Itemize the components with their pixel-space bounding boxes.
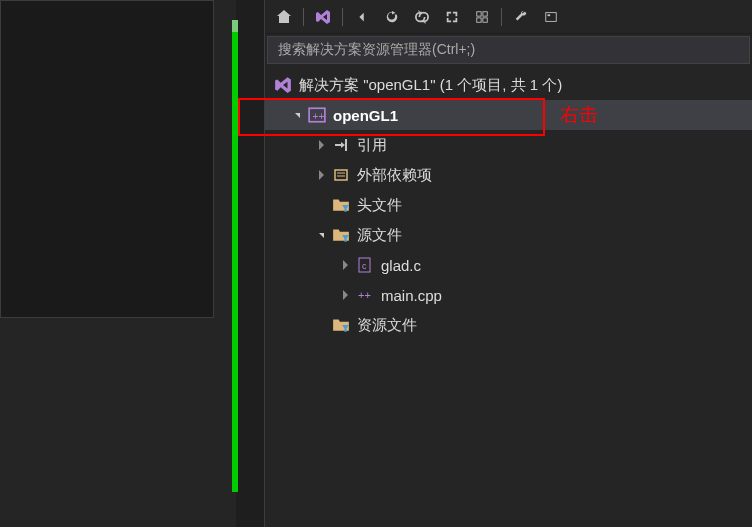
home-icon[interactable]: [271, 4, 297, 30]
folder-filter-icon: [331, 195, 351, 215]
references-node[interactable]: 引用: [265, 130, 752, 160]
solution-explorer-panel: 搜索解决方案资源管理器(Ctrl+;) 解决方案 "openGL1" (1 个项…: [264, 0, 752, 527]
properties-icon[interactable]: [508, 4, 534, 30]
folder-filter-icon: [331, 225, 351, 245]
change-marker: [232, 32, 238, 492]
change-marker-top: [232, 20, 238, 32]
svg-rect-0: [477, 11, 481, 15]
solution-label: 解决方案 "openGL1" (1 个项目, 共 1 个): [299, 76, 562, 95]
svg-text:++: ++: [358, 289, 371, 301]
expander-icon[interactable]: [313, 167, 329, 183]
c-file-icon: c: [355, 255, 375, 275]
back-icon[interactable]: [349, 4, 375, 30]
project-icon: ++: [307, 105, 327, 125]
source-files-label: 源文件: [357, 226, 402, 245]
svg-text:++: ++: [313, 111, 325, 122]
svg-rect-1: [483, 11, 487, 15]
expander-icon[interactable]: [337, 257, 353, 273]
resource-files-node[interactable]: 资源文件: [265, 310, 752, 340]
resource-files-label: 资源文件: [357, 316, 417, 335]
cpp-file-icon: ++: [355, 285, 375, 305]
header-files-label: 头文件: [357, 196, 402, 215]
toolbar-separator: [501, 8, 502, 26]
references-label: 引用: [357, 136, 387, 155]
preview-icon[interactable]: [538, 4, 564, 30]
external-deps-icon: [331, 165, 351, 185]
vs-icon[interactable]: [310, 4, 336, 30]
expander-icon[interactable]: [289, 107, 305, 123]
file-node-main[interactable]: ++ main.cpp: [265, 280, 752, 310]
header-files-node[interactable]: 头文件: [265, 190, 752, 220]
expander-icon[interactable]: [313, 227, 329, 243]
file-node-glad[interactable]: c glad.c: [265, 250, 752, 280]
search-placeholder: 搜索解决方案资源管理器(Ctrl+;): [278, 41, 475, 59]
editor-block: [0, 0, 214, 318]
refresh-icon[interactable]: [379, 4, 405, 30]
sync-icon[interactable]: [409, 4, 435, 30]
file-label: glad.c: [381, 257, 421, 274]
svg-text:c: c: [362, 261, 367, 271]
solution-node[interactable]: 解决方案 "openGL1" (1 个项目, 共 1 个): [265, 70, 752, 100]
expander-icon[interactable]: [337, 287, 353, 303]
source-files-node[interactable]: 源文件: [265, 220, 752, 250]
toolbar-separator: [303, 8, 304, 26]
solution-icon: [273, 75, 293, 95]
folder-filter-icon: [331, 315, 351, 335]
external-deps-node[interactable]: 外部依赖项: [265, 160, 752, 190]
solution-tree: 解决方案 "openGL1" (1 个项目, 共 1 个) ++ openGL1…: [265, 66, 752, 340]
svg-rect-2: [477, 17, 481, 21]
external-deps-label: 外部依赖项: [357, 166, 432, 185]
references-icon: [331, 135, 351, 155]
collapse-icon[interactable]: [439, 4, 465, 30]
show-all-icon[interactable]: [469, 4, 495, 30]
svg-rect-8: [335, 170, 347, 180]
editor-pane: [0, 0, 236, 527]
search-input[interactable]: 搜索解决方案资源管理器(Ctrl+;): [267, 36, 750, 64]
svg-rect-3: [483, 17, 487, 21]
project-node[interactable]: ++ openGL1: [265, 100, 752, 130]
svg-rect-5: [548, 14, 551, 16]
svg-rect-4: [546, 12, 557, 21]
solution-explorer-toolbar: [265, 0, 752, 34]
project-label: openGL1: [333, 107, 398, 124]
toolbar-separator: [342, 8, 343, 26]
expander-icon[interactable]: [313, 137, 329, 153]
file-label: main.cpp: [381, 287, 442, 304]
